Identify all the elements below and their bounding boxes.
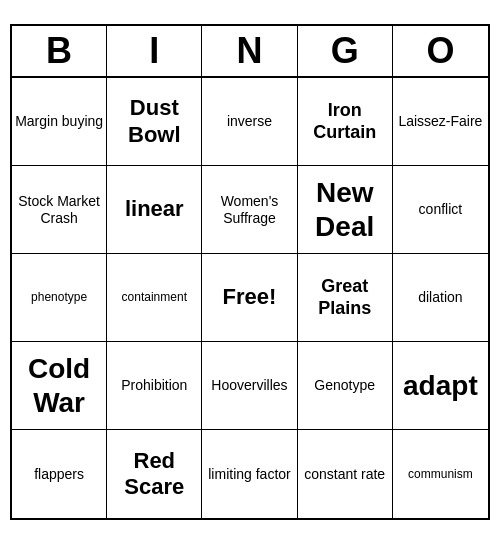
- bingo-cell-12: Free!: [202, 254, 297, 342]
- bingo-cell-2: inverse: [202, 78, 297, 166]
- bingo-cell-16: Prohibition: [107, 342, 202, 430]
- bingo-cell-10: phenotype: [12, 254, 107, 342]
- bingo-cell-15: Cold War: [12, 342, 107, 430]
- bingo-cell-4: Laissez-Faire: [393, 78, 488, 166]
- bingo-cell-17: Hoovervilles: [202, 342, 297, 430]
- bingo-cell-20: flappers: [12, 430, 107, 518]
- bingo-cell-0: Margin buying: [12, 78, 107, 166]
- bingo-cell-21: Red Scare: [107, 430, 202, 518]
- bingo-cell-23: constant rate: [298, 430, 393, 518]
- bingo-cell-24: communism: [393, 430, 488, 518]
- bingo-cell-8: New Deal: [298, 166, 393, 254]
- bingo-cell-3: Iron Curtain: [298, 78, 393, 166]
- bingo-grid: Margin buyingDust BowlinverseIron Curtai…: [12, 78, 488, 518]
- bingo-cell-9: conflict: [393, 166, 488, 254]
- header-letter-n: N: [202, 26, 297, 76]
- bingo-cell-22: limiting factor: [202, 430, 297, 518]
- header-letter-g: G: [298, 26, 393, 76]
- bingo-cell-11: containment: [107, 254, 202, 342]
- bingo-cell-18: Genotype: [298, 342, 393, 430]
- bingo-header: BINGO: [12, 26, 488, 78]
- header-letter-i: I: [107, 26, 202, 76]
- bingo-cell-5: Stock Market Crash: [12, 166, 107, 254]
- bingo-cell-6: linear: [107, 166, 202, 254]
- bingo-cell-7: Women's Suffrage: [202, 166, 297, 254]
- bingo-card: BINGO Margin buyingDust BowlinverseIron …: [10, 24, 490, 520]
- bingo-cell-19: adapt: [393, 342, 488, 430]
- bingo-cell-13: Great Plains: [298, 254, 393, 342]
- header-letter-b: B: [12, 26, 107, 76]
- bingo-cell-1: Dust Bowl: [107, 78, 202, 166]
- header-letter-o: O: [393, 26, 488, 76]
- bingo-cell-14: dilation: [393, 254, 488, 342]
